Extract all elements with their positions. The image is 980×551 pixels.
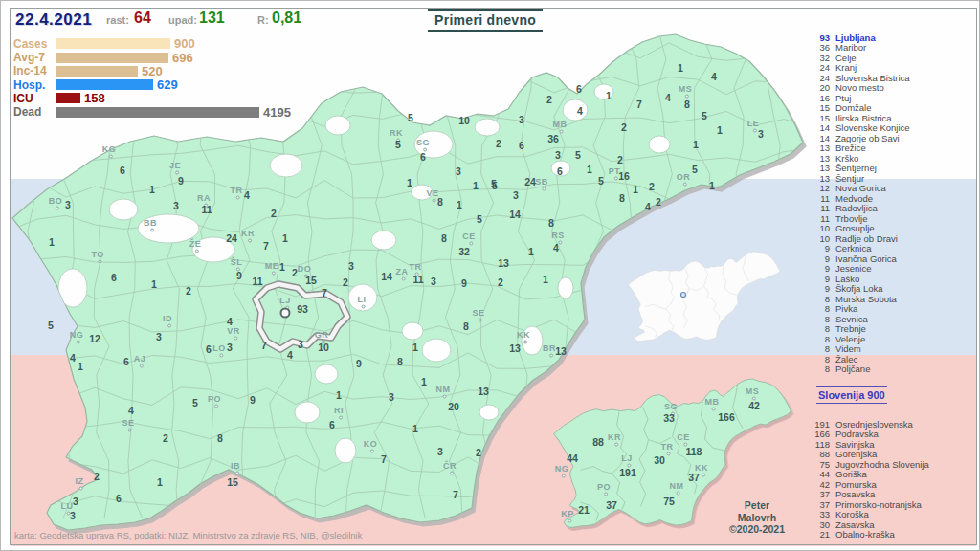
list-item-value: 8 [805,354,830,364]
list-item-name: Slovenska Bistrica [835,73,910,83]
stats-bar-value: 4195 [263,106,291,119]
list-item-value: 10 [805,223,830,233]
region-item: 166 Podravska [805,430,977,440]
list-item-name: Ilirska Bistrica [835,113,892,123]
list-item-value: 93 [805,33,830,43]
region-item: 75 Jugovzhodna Slovenija [805,459,977,470]
list-item-value: 8 [805,294,830,304]
region-item-name: Zasavska [835,519,875,530]
list-item-value: 16 [805,93,830,103]
list-item-name: Ptuj [835,93,851,103]
list-item-name: Krško [835,153,858,164]
region-item-name: Osrednjeslovenska [835,419,913,430]
list-item: 9 Ivančna Gorica [805,253,977,264]
list-item-value: 9 [805,263,830,274]
list-item: 10 Radlje ob Dravi [805,233,977,244]
list-item-value: 8 [805,364,830,374]
list-item-name: Radlje ob Dravi [835,233,898,244]
region-item: 42 Pomurska [805,479,977,490]
list-item: 9 Jesenice [805,264,977,275]
list-item: 20 Novo mesto [805,83,977,94]
list-item-name: Šentjernej [835,163,877,173]
region-item: 37 Posavska [805,490,977,500]
list-item-value: 9 [805,253,830,264]
list-item: 10 Grosuplje [805,224,977,234]
list-item-value: 12 [805,183,830,193]
stats-bar-row: ICU 158 [13,93,291,104]
list-item: 13 Šentjernej [805,164,977,174]
list-item-value: 14 [805,133,830,143]
author-credit-line: Peter [714,499,800,512]
list-item-name: Poljčane [835,364,870,374]
list-item-name: Nova Gorica [835,183,886,193]
region-item-name: Gorenjska [835,449,877,459]
region-item: 118 Savinjska [805,439,977,450]
list-item-value: 8 [805,343,830,354]
region-item-name: Podravska [835,429,879,439]
stats-bar-row: Cases 900 [13,38,291,50]
list-item-value: 13 [805,163,830,173]
list-item-name: Pivka [835,303,858,314]
region-item: 88 Gorenjska [805,450,977,460]
region-item-name: Savinjska [835,439,875,450]
slovenia-total-title: Slovenija 900 [816,386,887,404]
list-item-value: 10 [805,233,830,244]
list-item-name: Trbovlje [835,213,867,224]
list-item-value: 11 [805,213,830,224]
list-item-name: Kranj [835,62,857,73]
list-item-value: 8 [805,314,830,324]
list-item-name: Cerknica [835,243,872,253]
list-item: 8 Murska Sobota [805,294,977,304]
list-item: 14 Slovenske Konjice [805,123,977,134]
list-item-name: Laško [835,274,859,284]
region-item-value: 44 [805,469,830,479]
region-item-value: 118 [805,439,830,450]
list-item-value: 13 [805,173,830,184]
attribution-text: karta: Geodetska uprava RS, podatki: NIJ… [14,530,362,540]
region-item: 30 Zasavska [805,519,977,530]
list-item-value: 14 [805,122,830,133]
list-item: 8 Žalec [805,354,977,364]
date-label: 22.4.2021 [15,11,92,30]
list-item: 24 Slovenska Bistrica [805,73,977,83]
list-item-value: 9 [805,243,830,253]
list-item: 9 Laško [805,274,977,284]
list-item-name: Šentjur [835,173,864,184]
list-item-value: 13 [805,143,830,153]
dashboard: KGBOJERATRBBŽETOKRŠLMEDOLJLIGRZATRVECESB… [0,0,980,551]
list-item-name: Trebnje [835,323,866,334]
region-item-value: 37 [805,499,830,510]
list-item-name: Škofja Loka [835,283,883,294]
list-item: 32 Celje [805,53,977,63]
stats-bar-label: Inc-14 [13,65,56,77]
stats-bar [56,93,80,103]
list-item-name: Zagorje ob Savi [835,133,900,143]
list-item-name: Grosuplje [835,223,875,233]
list-item-name: Ivančna Gorica [835,253,897,264]
list-item: 8 Poljčane [805,364,977,375]
region-item: 37 Primorsko-notranjska [805,499,977,510]
region-list: 191 Osrednjeslovenska 166 Podravska 118 … [805,419,977,540]
list-item: 93 Ljubljana [805,33,977,43]
list-item: 8 Trebnje [805,324,977,335]
rast-value: 64 [134,10,151,27]
list-item-value: 32 [805,53,830,63]
page-title: Primeri dnevno [428,9,543,32]
author-credit-line: Malovrh [714,512,800,524]
list-item-value: 24 [805,73,830,83]
list-item-value: 9 [805,283,830,294]
region-item: 191 Osrednjeslovenska [805,419,977,430]
list-item-value: 36 [805,42,830,53]
stats-bar-label: Avg-7 [13,52,56,63]
region-item-value: 37 [805,489,830,499]
list-item-name: Ljubljana [835,33,876,43]
region-item-value: 166 [805,429,830,439]
list-item-value: 11 [805,193,830,204]
list-item-value: 9 [805,274,830,284]
list-item: 8 Velenje [805,334,977,344]
stats-bar [56,79,153,90]
stats-bar [56,38,170,49]
list-item: 36 Maribor [805,43,977,54]
r-label: R: [257,14,269,26]
region-item: 44 Goriška [805,470,977,480]
